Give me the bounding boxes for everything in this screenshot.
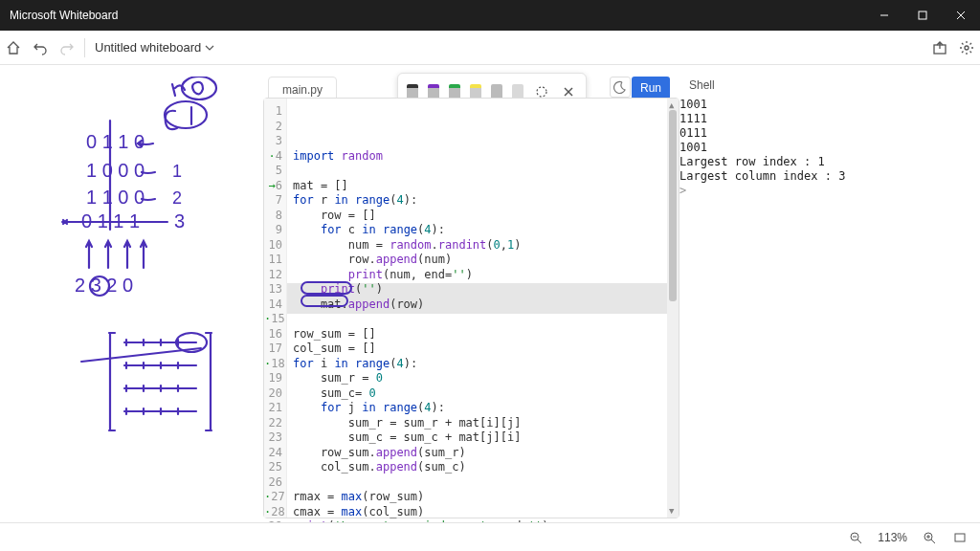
topbar: Untitled whiteboard: [0, 31, 980, 65]
editor-tab-label: main.py: [282, 83, 323, 97]
svg-point-21: [537, 87, 546, 97]
run-label: Run: [640, 81, 661, 95]
run-button[interactable]: Run: [632, 77, 670, 99]
svg-point-5: [965, 46, 969, 50]
close-button[interactable]: [942, 0, 980, 31]
svg-text:3: 3: [174, 210, 185, 231]
code-area[interactable]: import random mat = []for r in range(4):…: [287, 99, 667, 518]
svg-rect-1: [919, 11, 926, 19]
scroll-down-icon[interactable]: ▼: [669, 506, 674, 516]
theme-toggle[interactable]: [610, 77, 631, 98]
fit-screen-icon[interactable]: [951, 531, 969, 544]
doc-title-label: Untitled whiteboard: [95, 40, 201, 55]
svg-text:2: 2: [172, 188, 182, 208]
zoom-in-icon[interactable]: [921, 531, 938, 544]
maximize-button[interactable]: [903, 0, 942, 31]
home-icon[interactable]: [0, 40, 27, 55]
shell-output: 1001111101111001Largest row index : 1Lar…: [679, 98, 871, 198]
svg-line-25: [858, 540, 861, 543]
scrollbar[interactable]: ▲ ▼: [667, 99, 679, 518]
svg-rect-31: [955, 534, 965, 541]
scrollbar-thumb[interactable]: [669, 110, 677, 301]
shell-tab[interactable]: Shell: [689, 78, 715, 92]
share-icon[interactable]: [926, 40, 953, 55]
svg-text:0 1 1 1: 0 1 1 1: [81, 210, 140, 231]
minimize-button[interactable]: [865, 0, 903, 31]
svg-text:1 1 0 0: 1 1 0 0: [86, 187, 145, 208]
settings-icon[interactable]: [953, 40, 980, 55]
gutter: 123·45→67891011121314·151617·18192021222…: [264, 99, 287, 518]
scroll-up-icon[interactable]: ▲: [669, 100, 674, 110]
zoom-out-icon[interactable]: [847, 531, 864, 544]
svg-point-9: [182, 77, 216, 99]
chevron-down-icon: [205, 43, 214, 53]
ink-drawing: 0 1 1 0 1 0 0 0 1 1 1 0 0 2 0 1 1 1 3 2 …: [57, 77, 258, 440]
titlebar: Microsoft Whiteboard: [0, 0, 980, 31]
svg-text:1: 1: [172, 162, 182, 181]
zoom-level: 113%: [878, 531, 907, 544]
svg-line-28: [931, 540, 935, 543]
statusbar: 113%: [0, 522, 980, 551]
svg-text:1 0 0 0: 1 0 0 0: [86, 160, 145, 181]
doc-title[interactable]: Untitled whiteboard: [95, 40, 214, 55]
svg-point-10: [165, 101, 207, 128]
code-editor[interactable]: 123·45→67891011121314·151617·18192021222…: [263, 98, 679, 518]
redo-icon[interactable]: [54, 40, 80, 55]
undo-icon[interactable]: [27, 40, 54, 55]
svg-text:0 1 1 0: 0 1 1 0: [86, 131, 145, 152]
app-title: Microsoft Whiteboard: [10, 9, 118, 22]
